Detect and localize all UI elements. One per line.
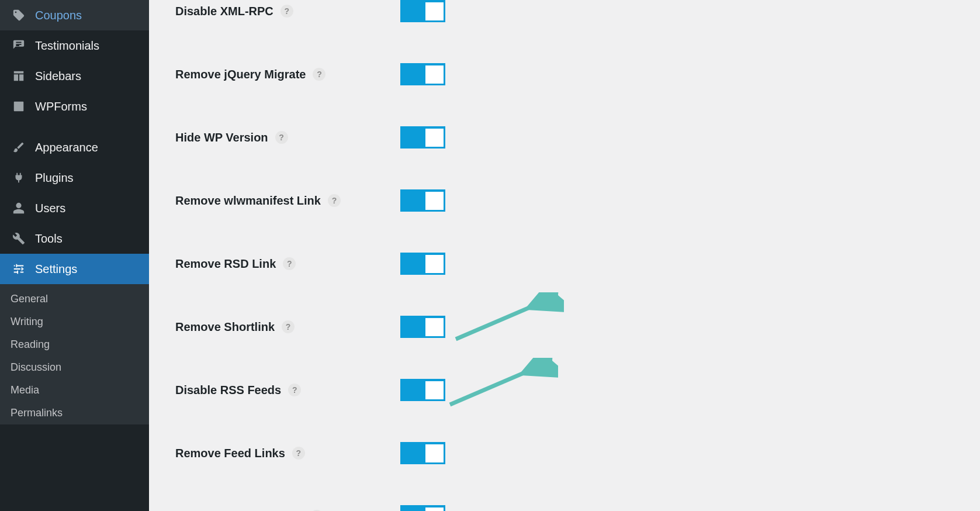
toggle-remove-rsd-link[interactable] — [400, 253, 445, 275]
setting-row-remove-wlwmanifest: Remove wlwmanifest Link ? — [149, 169, 980, 232]
toggle-knob — [425, 507, 444, 512]
sidebar-item-wpforms[interactable]: WPForms — [0, 91, 149, 122]
sidebar-item-settings[interactable]: Settings — [0, 254, 149, 284]
toggle-knob — [425, 2, 444, 20]
setting-row-hide-wp-version: Hide WP Version ? — [149, 106, 980, 169]
sidebar-item-label: Plugins — [35, 171, 74, 185]
settings-submenu: General Writing Reading Discussion Media… — [0, 284, 149, 424]
submenu-discussion[interactable]: Discussion — [0, 356, 149, 379]
toggle-disable-self-pingbacks[interactable] — [400, 505, 445, 511]
toggle-knob — [425, 129, 444, 147]
toggle-remove-jquery-migrate[interactable] — [400, 63, 445, 85]
help-icon[interactable]: ? — [283, 257, 296, 270]
setting-row-remove-feed-links: Remove Feed Links ? — [149, 422, 980, 485]
setting-row-disable-rss-feeds: Disable RSS Feeds ? — [149, 358, 980, 422]
settings-panel: Disable XML-RPC ? Remove jQuery Migrate … — [149, 0, 980, 511]
setting-label: Remove wlwmanifest Link ? — [175, 194, 400, 208]
sidebar-item-label: Sidebars — [35, 70, 81, 83]
sidebar-item-sidebars[interactable]: Sidebars — [0, 61, 149, 91]
setting-label-text: Remove Feed Links — [175, 447, 285, 460]
help-icon[interactable]: ? — [292, 447, 305, 460]
setting-row-remove-jquery-migrate: Remove jQuery Migrate ? — [149, 43, 980, 106]
setting-label: Remove jQuery Migrate ? — [175, 68, 400, 81]
toggle-disable-xml-rpc[interactable] — [400, 0, 445, 22]
setting-label: Remove Feed Links ? — [175, 447, 400, 460]
setting-label-text: Disable XML-RPC — [175, 5, 273, 18]
toggle-knob — [425, 255, 444, 273]
setting-row-remove-rsd-link: Remove RSD Link ? — [149, 232, 980, 295]
toggle-knob — [425, 381, 444, 399]
toggle-remove-feed-links[interactable] — [400, 442, 445, 464]
sidebar-item-coupons[interactable]: Coupons — [0, 0, 149, 30]
toggle-knob — [425, 444, 444, 462]
setting-label: Disable RSS Feeds ? — [175, 384, 400, 397]
submenu-reading[interactable]: Reading — [0, 333, 149, 356]
setting-row-disable-self-pingbacks: Disable Self Pingbacks ? — [149, 485, 980, 511]
toggle-knob — [425, 65, 444, 84]
help-icon[interactable]: ? — [313, 68, 325, 81]
sidebar-separator — [0, 122, 149, 132]
setting-label: Remove Shortlink ? — [175, 320, 400, 334]
sidebar-item-label: Users — [35, 202, 65, 215]
user-icon — [11, 200, 27, 216]
brush-icon — [11, 139, 27, 156]
sidebar-item-appearance[interactable]: Appearance — [0, 132, 149, 163]
sidebar-item-label: Appearance — [35, 141, 98, 154]
setting-label-text: Remove jQuery Migrate — [175, 68, 306, 81]
sidebar-item-label: Testimonials — [35, 39, 99, 53]
help-icon[interactable]: ? — [281, 5, 293, 18]
plug-icon — [11, 170, 27, 186]
wrench-icon — [11, 230, 27, 247]
sidebar-item-label: WPForms — [35, 100, 87, 113]
sidebar-item-tools[interactable]: Tools — [0, 223, 149, 254]
setting-label-text: Remove Shortlink — [175, 320, 275, 334]
help-icon[interactable]: ? — [275, 131, 288, 144]
submenu-writing[interactable]: Writing — [0, 310, 149, 333]
setting-label-text: Disable RSS Feeds — [175, 384, 281, 397]
sidebar-item-label: Settings — [35, 263, 77, 276]
sidebar-item-plugins[interactable]: Plugins — [0, 163, 149, 193]
toggle-remove-wlwmanifest[interactable] — [400, 189, 445, 212]
sidebar-item-users[interactable]: Users — [0, 193, 149, 223]
table-icon — [11, 68, 27, 84]
sidebar-item-testimonials[interactable]: Testimonials — [0, 30, 149, 61]
setting-label-text: Hide WP Version — [175, 131, 268, 144]
submenu-permalinks[interactable]: Permalinks — [0, 402, 149, 424]
sidebar-item-label: Coupons — [35, 9, 82, 22]
setting-row-remove-shortlink: Remove Shortlink ? — [149, 295, 980, 358]
setting-label-text: Remove RSD Link — [175, 257, 276, 271]
sidebar-item-label: Tools — [35, 232, 63, 246]
admin-sidebar: Coupons Testimonials Sidebars WPForms Ap… — [0, 0, 149, 511]
toggle-remove-shortlink[interactable] — [400, 316, 445, 338]
toggle-knob — [425, 192, 444, 210]
setting-label: Remove RSD Link ? — [175, 257, 400, 271]
setting-label-text: Remove wlwmanifest Link — [175, 194, 321, 208]
setting-label: Disable XML-RPC ? — [175, 5, 400, 18]
help-icon[interactable]: ? — [328, 194, 341, 207]
submenu-general[interactable]: General — [0, 288, 149, 310]
sliders-icon — [11, 261, 27, 277]
testimonial-icon — [11, 37, 27, 54]
tag-icon — [11, 7, 27, 23]
setting-row-disable-xml-rpc: Disable XML-RPC ? — [149, 0, 980, 43]
help-icon[interactable]: ? — [282, 320, 295, 333]
toggle-disable-rss-feeds[interactable] — [400, 379, 445, 401]
wpforms-icon — [11, 98, 27, 115]
toggle-knob — [425, 318, 444, 336]
setting-label: Hide WP Version ? — [175, 131, 400, 144]
submenu-media[interactable]: Media — [0, 379, 149, 402]
toggle-hide-wp-version[interactable] — [400, 126, 445, 149]
help-icon[interactable]: ? — [288, 384, 301, 396]
